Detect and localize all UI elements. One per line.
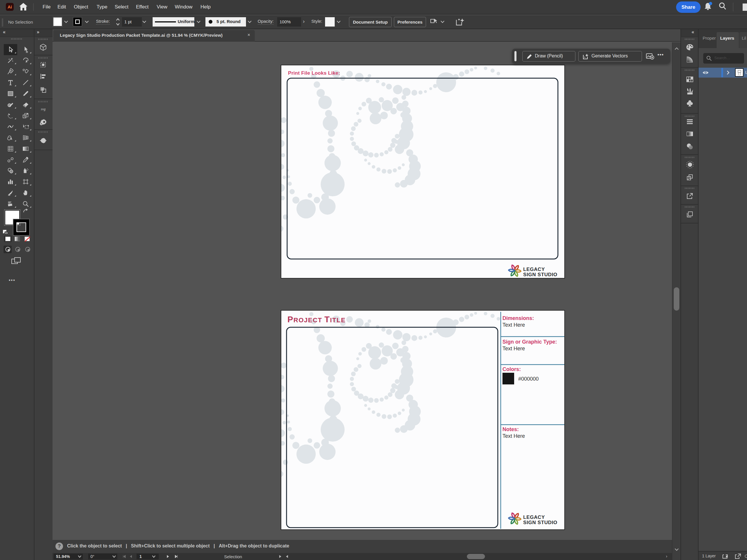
svg-text:svg: svg	[41, 107, 46, 111]
